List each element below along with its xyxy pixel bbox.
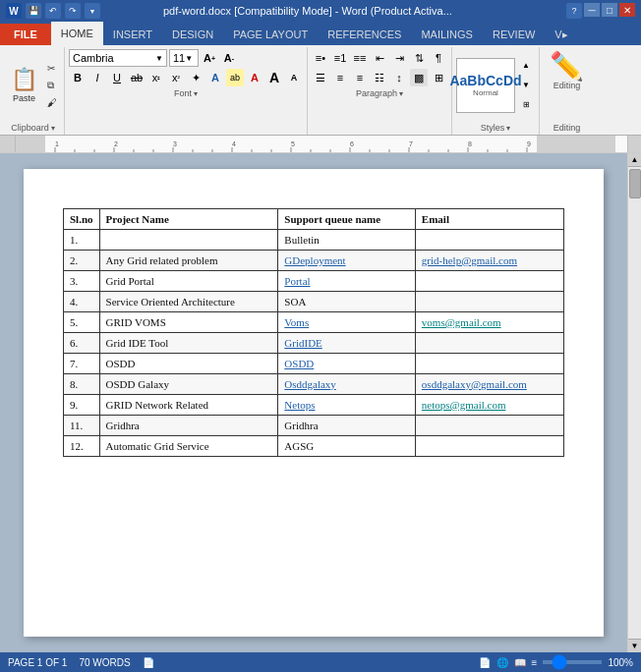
tab-references[interactable]: REFERENCES (318, 24, 411, 45)
shading-button[interactable]: ▩ (410, 69, 428, 86)
grow-font-button[interactable]: A+ (201, 49, 218, 67)
font-size-large-button[interactable]: A (265, 69, 283, 86)
styles-label: Styles ▾ (456, 123, 535, 133)
scroll-up-button[interactable]: ▲ (628, 153, 641, 167)
clipboard-expand-icon[interactable]: ▾ (51, 124, 55, 133)
justify-button[interactable]: ☷ (371, 69, 388, 86)
scroll-track[interactable] (628, 167, 641, 639)
align-left-button[interactable]: ☰ (312, 69, 329, 86)
minimize-button[interactable]: ─ (584, 3, 600, 17)
cell-slno: 11. (64, 416, 100, 436)
copy-button[interactable]: ⧉ (44, 78, 60, 93)
subscript-button[interactable]: x₂ (147, 69, 165, 86)
tab-page-layout[interactable]: PAGE LAYOUT (223, 24, 318, 45)
cut-button[interactable]: ✂ (44, 61, 60, 76)
save-icon[interactable]: 💾 (26, 3, 41, 19)
svg-text:1: 1 (55, 140, 59, 147)
cell-email: grid-help@gmail.com (415, 251, 563, 271)
svg-text:5: 5 (291, 140, 295, 147)
tab-review[interactable]: REVIEW (483, 24, 545, 45)
font-size-dropdown[interactable]: 11 ▼ (169, 49, 199, 67)
clear-format-button[interactable]: ✦ (187, 69, 204, 86)
bold-button[interactable]: B (69, 69, 87, 86)
shrink-font-button[interactable]: A- (220, 49, 238, 67)
cell-email: netops@gmail.com (415, 395, 563, 416)
align-right-button[interactable]: ≡ (351, 69, 369, 86)
tab-mailings[interactable]: MAILINGS (411, 24, 483, 45)
cell-email (415, 230, 563, 251)
font-controls: Cambria ▼ 11 ▼ A+ A- B I U ab x₂ (69, 49, 303, 86)
multilevel-button[interactable]: ≡≡ (351, 49, 369, 67)
svg-rect-1 (16, 136, 45, 153)
borders-button[interactable]: ⊞ (430, 69, 447, 86)
table-row: 11.GridhraGridhra (64, 416, 564, 436)
scroll-down-button[interactable]: ▼ (628, 639, 641, 652)
svg-text:7: 7 (409, 140, 413, 147)
view-draft-button[interactable]: ≡ (532, 657, 538, 668)
styles-expand-icon[interactable]: ▾ (506, 124, 510, 133)
font-color-button[interactable]: A (246, 69, 263, 86)
close-button[interactable]: ✕ (619, 3, 635, 17)
word-count: 70 WORDS (79, 657, 130, 668)
cell-queue: Netops (278, 395, 416, 416)
tab-file[interactable]: FILE (0, 24, 51, 45)
align-center-button[interactable]: ≡ (331, 69, 349, 86)
scroll-thumb[interactable] (629, 169, 641, 198)
styles-more-button[interactable]: ⊞ (517, 96, 535, 114)
cut-icon: ✂ (47, 63, 55, 74)
highlight-button[interactable]: ab (226, 69, 244, 86)
font-expand-icon[interactable]: ▾ (194, 89, 198, 98)
text-effects-button[interactable]: A (206, 69, 224, 86)
view-print-button[interactable]: 📄 (479, 657, 491, 668)
superscript-button[interactable]: x² (167, 69, 185, 86)
title-bar-left: W 💾 ↶ ↷ ▼ pdf-word.docx [Compatibility M… (6, 3, 452, 19)
line-spacing-button[interactable]: ↕ (390, 69, 408, 86)
zoom-level: 100% (608, 657, 633, 668)
content-area: Sl.no Project Name Support queue name Em… (0, 153, 627, 652)
view-read-button[interactable]: 📖 (514, 657, 526, 668)
sort-button[interactable]: ⇅ (410, 49, 428, 67)
styles-down-button[interactable]: ▼ (517, 77, 535, 94)
redo-icon[interactable]: ↷ (65, 3, 81, 19)
zoom-slider[interactable] (543, 660, 602, 664)
cell-slno: 1. (64, 230, 100, 251)
svg-text:9: 9 (527, 140, 531, 147)
format-painter-button[interactable]: 🖌 (44, 95, 60, 110)
tab-more[interactable]: V▸ (545, 24, 577, 45)
show-hide-button[interactable]: ¶ (430, 49, 447, 67)
language-icon[interactable]: 📄 (143, 657, 154, 668)
table-row: 12.Automatic Grid ServiceAGSG (64, 436, 564, 457)
svg-text:4: 4 (232, 140, 236, 147)
restore-button[interactable]: □ (602, 3, 617, 17)
cell-queue: Bulletin (278, 230, 416, 251)
bullets-button[interactable]: ≡• (312, 49, 329, 67)
strikethrough-button[interactable]: ab (128, 69, 146, 86)
italic-button[interactable]: I (88, 69, 106, 86)
customize-icon[interactable]: ▼ (85, 3, 100, 19)
status-right: 📄 🌐 📖 ≡ 100% (479, 657, 633, 668)
cell-email (415, 333, 563, 354)
svg-rect-2 (537, 136, 615, 153)
col-header-project: Project Name (99, 209, 278, 230)
font-name-dropdown[interactable]: Cambria ▼ (69, 49, 167, 67)
paragraph-expand-icon[interactable]: ▾ (399, 89, 403, 98)
undo-icon[interactable]: ↶ (45, 3, 61, 19)
tab-design[interactable]: DESIGN (162, 24, 223, 45)
page-count: PAGE 1 OF 1 (8, 657, 67, 668)
underline-button[interactable]: U (108, 69, 126, 86)
numbering-button[interactable]: ≡1 (331, 49, 349, 67)
font-size-small-button[interactable]: A (285, 69, 303, 86)
styles-gallery[interactable]: AaBbCcDd Normal (456, 58, 515, 113)
paste-button[interactable]: 📋 Paste (6, 64, 42, 106)
cell-slno: 4. (64, 292, 100, 312)
increase-indent-button[interactable]: ⇥ (390, 49, 408, 67)
ruler-corner (627, 136, 641, 152)
view-web-button[interactable]: 🌐 (496, 657, 508, 668)
styles-up-button[interactable]: ▲ (517, 57, 535, 75)
cell-project: GRID Network Related (99, 395, 278, 416)
help-icon[interactable]: ? (566, 3, 582, 19)
decrease-indent-button[interactable]: ⇤ (371, 49, 388, 67)
tab-insert[interactable]: INSERT (103, 24, 162, 45)
tab-home[interactable]: HOME (51, 22, 103, 45)
styles-nav: ▲ ▼ ⊞ (517, 57, 535, 114)
